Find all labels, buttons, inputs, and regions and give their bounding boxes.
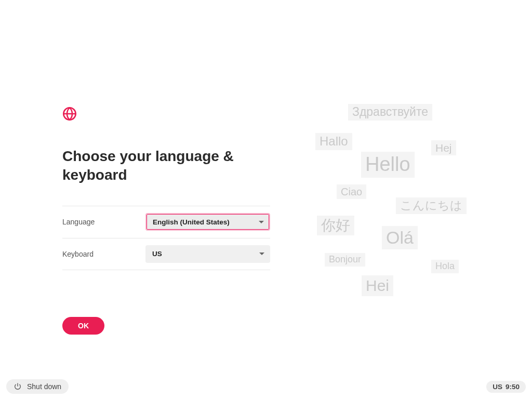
chevron-down-icon: [259, 221, 264, 223]
power-icon: [14, 382, 22, 391]
greeting-word: Hola: [431, 260, 459, 273]
footer-bar: Shut down US 9:50: [0, 374, 532, 399]
shutdown-label: Shut down: [27, 382, 61, 391]
keyboard-label: Keyboard: [62, 250, 94, 258]
status-pill[interactable]: US 9:50: [486, 381, 526, 393]
language-dropdown-value: English (United States): [153, 218, 230, 226]
greeting-word: こんにちは: [396, 197, 467, 214]
greeting-word: Olá: [382, 226, 418, 249]
greeting-word: Bonjour: [325, 253, 365, 267]
greeting-word: Здравствуйте: [348, 104, 432, 121]
ok-button[interactable]: OK: [62, 317, 104, 335]
setup-form: Language English (United States) Keyboar…: [62, 206, 270, 270]
keyboard-indicator: US: [493, 383, 502, 391]
language-dropdown[interactable]: English (United States): [145, 213, 270, 231]
clock: 9:50: [506, 383, 520, 391]
language-row: Language English (United States): [62, 206, 270, 238]
chevron-down-icon: [259, 252, 264, 255]
globe-icon: [62, 107, 270, 121]
keyboard-dropdown-value: US: [152, 250, 162, 258]
greeting-word: Hallo: [315, 133, 352, 150]
greeting-word: Ciao: [337, 184, 366, 199]
greetings-cloud: ЗдравствуйтеHalloHejHelloCiaoこんにちは你好OláB…: [281, 88, 520, 317]
keyboard-dropdown[interactable]: US: [145, 245, 270, 263]
keyboard-row: Keyboard US: [62, 238, 270, 270]
greeting-word: Hei: [362, 275, 393, 296]
page-title: Choose your language & keyboard: [62, 147, 270, 185]
greeting-word: 你好: [317, 216, 354, 235]
greeting-word: Hello: [361, 152, 415, 178]
greeting-word: Hej: [431, 140, 456, 155]
language-label: Language: [62, 218, 95, 226]
shutdown-button[interactable]: Shut down: [6, 379, 69, 394]
